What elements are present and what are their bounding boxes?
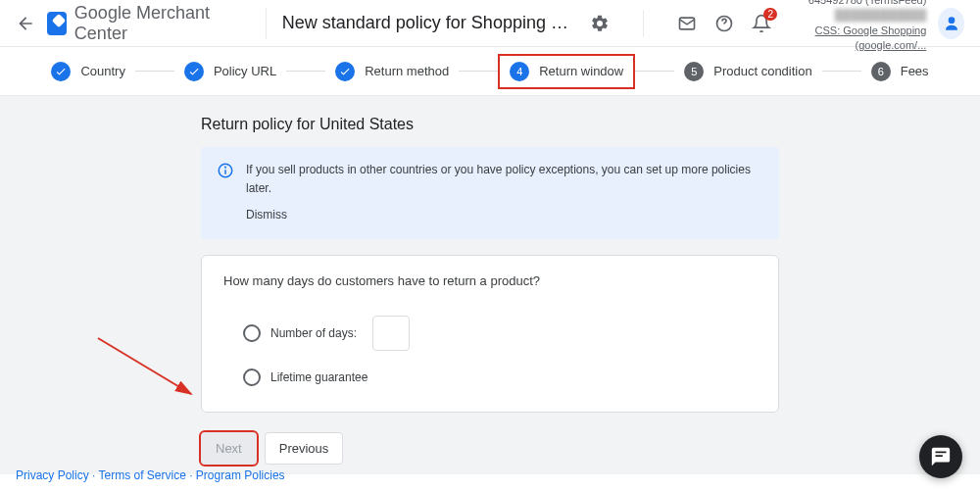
return-window-card: How many days do customers have to retur… [201,255,779,413]
step-connector [286,71,325,72]
brand-text: Google Merchant Center [74,3,234,44]
svg-point-5 [225,167,226,168]
check-icon [184,62,204,81]
page-title: New standard policy for Shopping ads and… [282,13,575,33]
card-question: How many days do customers have to retur… [223,273,757,288]
account-info: 645492780 (TermsFeed) ████████████ CSS: … [771,0,926,53]
back-arrow-icon[interactable] [16,14,35,33]
radio-icon[interactable] [243,324,261,342]
mail-icon[interactable] [677,14,697,33]
avatar[interactable] [938,8,964,39]
step-connector [635,71,674,72]
info-icon [217,162,234,225]
previous-button[interactable]: Previous [265,432,344,465]
step-connector [459,71,498,72]
step-connector [822,71,861,72]
days-input[interactable] [372,316,410,351]
step-number: 6 [871,62,891,81]
feedback-fab[interactable] [919,435,962,478]
dismiss-link[interactable]: Dismiss [246,206,763,224]
account-id: 645492780 (TermsFeed) [771,0,926,8]
logo[interactable]: Google Merchant Center [47,3,234,44]
step-number: 5 [684,62,704,81]
step-fees[interactable]: 6 Fees [861,56,939,87]
step-return-window[interactable]: 4 Return window [498,54,635,89]
css-link[interactable]: CSS: Google Shopping (google.com/... [771,24,926,54]
info-message: If you sell products in other countries … [246,161,763,198]
gear-icon[interactable] [590,14,610,33]
check-icon [335,62,355,81]
svg-point-2 [948,17,955,24]
divider [643,10,644,37]
program-link[interactable]: Program Policies [196,468,285,482]
radio-icon[interactable] [243,369,261,386]
terms-link[interactable]: Terms of Service [98,468,185,482]
step-return-method[interactable]: Return method [325,56,459,87]
step-connector [135,71,174,72]
radio-lifetime-guarantee[interactable]: Lifetime guarantee [223,369,757,386]
help-icon[interactable] [714,14,734,33]
chat-icon [930,446,952,467]
radio-number-of-days[interactable]: Number of days: [223,316,757,351]
stepper: Country Policy URL Return method 4 Retur… [0,47,980,96]
next-button[interactable]: Next [201,432,257,465]
merchant-center-icon [47,12,67,35]
section-title: Return policy for United States [201,116,779,133]
main-area: Return policy for United States If you s… [0,96,980,474]
header-bar: Google Merchant Center New standard poli… [0,0,980,47]
radio-label: Number of days: [270,326,357,340]
privacy-link[interactable]: Privacy Policy [16,468,89,482]
radio-label: Lifetime guarantee [270,370,368,384]
check-icon [51,62,71,81]
step-country[interactable]: Country [41,56,135,87]
bell-icon[interactable]: 2 [752,14,771,33]
step-product-condition[interactable]: 5 Product condition [674,56,821,87]
footer-links: Privacy Policy · Terms of Service · Prog… [16,468,285,482]
step-number: 4 [510,62,529,81]
step-policy-url[interactable]: Policy URL [174,56,286,87]
info-banner: If you sell products in other countries … [201,147,779,239]
divider [266,8,267,39]
